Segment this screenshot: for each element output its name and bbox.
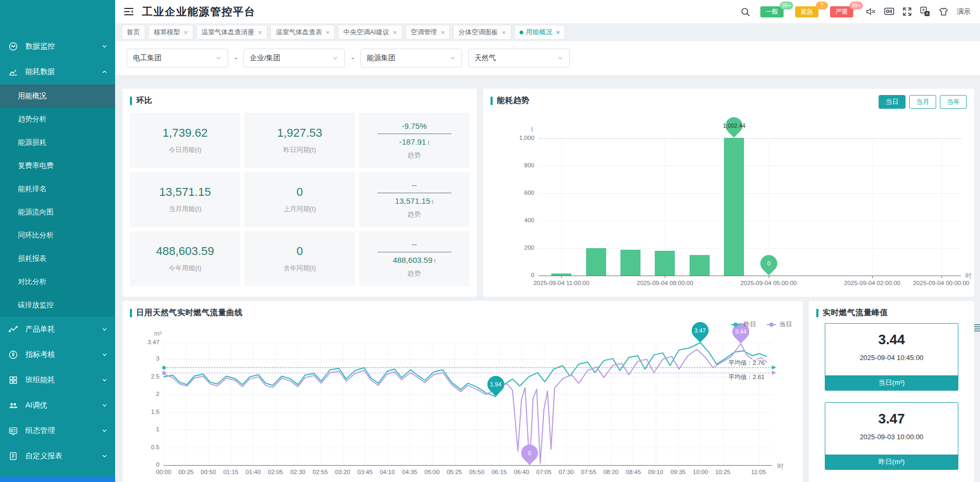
sidebar-subitem-能源损耗[interactable]: 能源损耗 — [0, 131, 115, 154]
mute-icon[interactable] — [865, 7, 876, 16]
sidebar-subitem-对比分析[interactable]: 对比分析 — [0, 270, 115, 294]
close-icon[interactable]: × — [441, 29, 445, 36]
sidebar-subitem-复费率电费[interactable]: 复费率电费 — [0, 154, 115, 177]
sidebar-item-指标考核[interactable]: 指标考核 — [0, 342, 115, 367]
tab-分体空调面板[interactable]: 分体空调面板× — [453, 25, 511, 40]
notification-badge-一般[interactable]: 一般99+ — [760, 6, 784, 17]
range-button-当月[interactable]: 当月 — [909, 95, 936, 109]
filter-separator: - — [234, 53, 237, 63]
close-icon[interactable]: × — [556, 29, 560, 36]
tab-温室气体盘查表[interactable]: 温室气体盘查表× — [270, 25, 335, 40]
tab-空调管理[interactable]: 空调管理× — [406, 25, 450, 40]
tab-中央空调AI建议[interactable]: 中央空调AI建议× — [338, 25, 402, 40]
stat-label: 上月同期(t) — [284, 205, 316, 214]
bar-7 — [690, 255, 710, 276]
tab-温室气体盘查清册[interactable]: 温室气体盘查清册× — [196, 25, 268, 40]
trend-bottom-value: 13,571.15t — [395, 196, 434, 205]
marker-pin-label: 0 — [767, 260, 770, 267]
stat-card: 0上月同期(t) — [244, 172, 355, 227]
app-root: 数据监控能耗数据用能概况趋势分析能源损耗复费率电费能耗排名能源流向图同环比分析损… — [0, 0, 980, 482]
average-line-label: 平均值：2.61 — [729, 373, 765, 381]
filter-separator: - — [351, 53, 354, 63]
list-toggle-icon[interactable] — [974, 324, 980, 325]
marker-pin-label: 3.47 — [695, 327, 706, 334]
average-line-arrow — [772, 365, 776, 370]
tab-label: 首页 — [127, 28, 140, 37]
legend-item-当日[interactable]: 当日 — [767, 320, 792, 329]
filter-select-3[interactable]: 能源集团 — [361, 49, 462, 68]
chart-legend: 昨日当日 — [731, 320, 792, 329]
sidebar-item-label: 组态管理 — [25, 426, 55, 436]
tab-核算模型[interactable]: 核算模型× — [148, 25, 193, 40]
panel-gas-flow-curve: 日用天然气实时燃气流量曲线 昨日当日 3.4732.521.510.5000:0… — [123, 301, 803, 482]
range-button-当日[interactable]: 当日 — [879, 95, 906, 109]
sidebar-submenu: 用能概况趋势分析能源损耗复费率电费能耗排名能源流向图同环比分析损耗报表对比分析碳… — [0, 84, 115, 317]
search-icon[interactable] — [740, 7, 750, 17]
select-value: 企业/集团 — [250, 53, 280, 63]
close-icon[interactable]: × — [326, 29, 330, 36]
filter-select-1[interactable]: 电工集团 — [127, 49, 228, 68]
sidebar-item-班组能耗[interactable]: 班组能耗 — [0, 367, 115, 393]
close-icon[interactable]: × — [184, 29, 188, 36]
filter-select-4[interactable]: 天然气 — [468, 49, 570, 68]
stat-label: 趋势 — [408, 269, 421, 278]
trend-card: --13,571.15t趋势 — [359, 172, 469, 227]
close-icon[interactable]: × — [393, 29, 397, 36]
sidebar-subitem-趋势分析[interactable]: 趋势分析 — [0, 108, 115, 131]
average-line-label: 平均值：2.76 — [729, 359, 765, 367]
fullscreen-icon[interactable] — [902, 7, 912, 16]
legend-item-昨日[interactable]: 昨日 — [731, 320, 756, 329]
x-axis-label: 08:20 — [604, 469, 619, 475]
x-axis-label: 00:25 — [178, 469, 194, 475]
x-axis-label: 04:10 — [380, 469, 395, 475]
trend-divider — [378, 193, 451, 193]
sidebar-item-产品单耗[interactable]: 产品单耗 — [0, 317, 115, 342]
stat-label: 今年用能(t) — [169, 264, 202, 273]
series-line-当日 — [164, 344, 767, 465]
notification-badge-紧急[interactable]: 紧急7 — [795, 6, 818, 17]
marker-pin-label: 1.94 — [490, 381, 501, 388]
sidebar-subitem-损耗报表[interactable]: 损耗报表 — [0, 247, 115, 270]
sidebar-item-AI调优[interactable]: AI调优 — [0, 393, 115, 418]
sidebar-subitem-同环比分析[interactable]: 同环比分析 — [0, 224, 115, 247]
screen-record-icon[interactable] — [884, 7, 894, 16]
panel-title-text: 能耗趋势 — [497, 96, 530, 106]
y-axis-tick: 200 — [511, 244, 534, 251]
sidebar-subitem-能耗排名[interactable]: 能耗排名 — [0, 177, 115, 201]
x-axis-label: 2025-09-04 08:00:00 — [637, 280, 693, 286]
x-axis-label: 02:55 — [313, 469, 328, 475]
filter-select-2[interactable]: 企业/集团 — [243, 49, 345, 68]
sidebar-item-组态管理[interactable]: 组态管理 — [0, 418, 115, 443]
sidebar-item-能耗数据[interactable]: 能耗数据 — [0, 59, 115, 84]
y-axis-unit: m³ — [154, 330, 162, 337]
stat-value: 1,739.62 — [163, 126, 208, 140]
demo-label[interactable]: 演示 — [957, 7, 970, 16]
range-button-当年[interactable]: 当年 — [940, 95, 967, 109]
average-line-昨日 — [164, 367, 772, 368]
tab-首页[interactable]: 首页 — [121, 25, 145, 40]
menu-fold-icon[interactable] — [124, 7, 134, 16]
stat-value: 0 — [296, 244, 303, 258]
sidebar-item-数据监控[interactable]: 数据监控 — [0, 34, 115, 59]
topbar: 工业企业能源管控平台 一般99+紧急7严重99+ A 演示 — [115, 0, 980, 23]
screen-icon — [8, 426, 18, 436]
chevron-up-icon — [101, 69, 108, 75]
close-icon[interactable]: × — [258, 29, 262, 36]
peak-timestamp: 2025-09-04 10:45:00 — [860, 354, 924, 362]
x-axis-label: 11:05 — [751, 469, 766, 475]
title-accent-bar — [816, 309, 818, 317]
tab-用能概况[interactable]: 用能概况× — [514, 25, 566, 40]
trend-card: -9.75%-187.91t趋势 — [359, 113, 469, 168]
translate-icon[interactable]: A — [920, 6, 930, 17]
close-icon[interactable]: × — [502, 29, 506, 36]
x-axis-label: 07:30 — [559, 469, 574, 475]
notification-badge-严重[interactable]: 严重99+ — [830, 6, 853, 17]
sidebar-subitem-碳排放监控[interactable]: 碳排放监控 — [0, 294, 115, 317]
x-axis-label: 06:40 — [514, 469, 529, 475]
sidebar-item-自定义报表[interactable]: 自定义报表 — [0, 443, 115, 469]
sidebar-subitem-能源流向图[interactable]: 能源流向图 — [0, 201, 115, 224]
badge-count: 99+ — [780, 2, 793, 10]
theme-shirt-icon[interactable] — [938, 7, 949, 16]
stat-card: 1,927.53昨日同期(t) — [244, 113, 355, 168]
sidebar-subitem-用能概况[interactable]: 用能概况 — [0, 84, 115, 108]
